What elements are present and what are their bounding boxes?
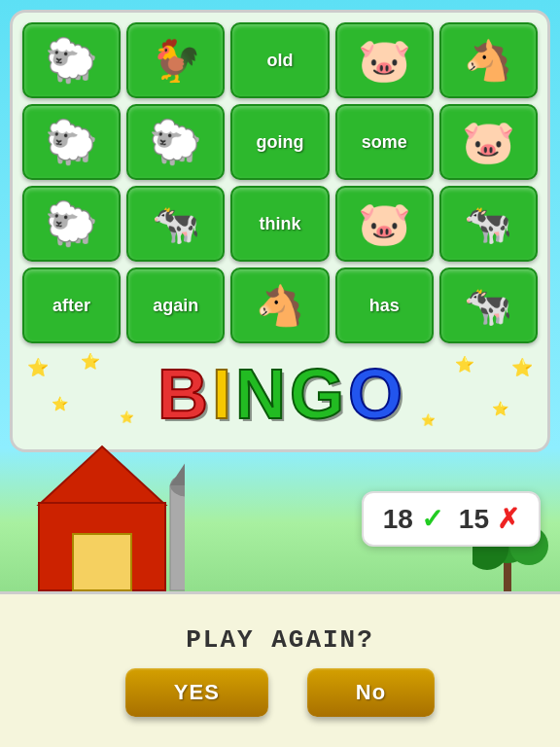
svg-rect-2 [73, 534, 131, 590]
cell-cow1[interactable]: 🐄 [126, 186, 225, 262]
dialog-title: PLAY AGAIN? [186, 625, 374, 655]
word-has: has [369, 296, 400, 316]
cell-chicken[interactable]: 🐓 [126, 22, 225, 98]
star-icon: ⭐ [52, 396, 68, 411]
yes-button[interactable]: YES [125, 668, 268, 717]
word-going: going [257, 132, 304, 153]
star-icon: ⭐ [81, 352, 100, 371]
x-icon: ✗ [497, 503, 519, 535]
cow3-icon: 🐄 [464, 283, 512, 329]
word-think: think [259, 214, 300, 234]
cell-sheep1[interactable]: 🐑 [22, 22, 121, 98]
cell-going[interactable]: going [230, 104, 329, 180]
star-icon: ⭐ [511, 357, 533, 378]
word-again: again [153, 296, 198, 316]
word-some: some [362, 132, 407, 153]
cell-cow2[interactable]: 🐄 [439, 186, 538, 262]
bingo-o: O [348, 359, 402, 429]
sheep4-icon: 🐑 [45, 198, 98, 249]
bingo-grid: 🐑 🐓 old 🐷 🐴 🐑 🐑 going some 🐷 [22, 22, 538, 343]
word-after: after [52, 296, 90, 316]
bingo-g: G [290, 359, 344, 429]
cell-cow3[interactable]: 🐄 [439, 267, 538, 343]
cow-icon: 🐄 [152, 201, 200, 247]
cell-after[interactable]: after [22, 267, 121, 343]
star-icon: ⭐ [421, 413, 436, 427]
wrong-count: 15 [459, 504, 489, 535]
cell-horse2[interactable]: 🐴 [230, 267, 329, 343]
cell-sheep2[interactable]: 🐑 [22, 104, 121, 180]
bingo-i: I [212, 359, 231, 429]
horse-icon: 🐴 [464, 38, 512, 84]
check-icon: ✓ [421, 503, 443, 535]
sheep3-icon: 🐑 [149, 117, 202, 167]
chicken-icon: 🐓 [151, 37, 201, 85]
cell-has[interactable]: has [335, 267, 434, 343]
play-again-dialog: PLAY AGAIN? YES No [0, 591, 560, 747]
cell-some[interactable]: some [335, 104, 434, 180]
bingo-n: N [235, 359, 286, 429]
cell-think[interactable]: think [230, 186, 329, 262]
bingo-row: ⭐ ⭐ ⭐ ⭐ ⭐ ⭐ ⭐ ⭐ B I N G O [22, 347, 538, 440]
star-icon: ⭐ [492, 401, 508, 416]
cell-again[interactable]: again [126, 267, 225, 343]
no-button[interactable]: No [307, 668, 435, 717]
cell-old[interactable]: old [230, 22, 329, 98]
pig3-icon: 🐷 [358, 198, 411, 249]
pig2-icon: 🐷 [462, 117, 515, 167]
svg-marker-0 [39, 446, 165, 505]
cow2-icon: 🐄 [464, 201, 512, 247]
word-old: old [266, 51, 293, 71]
cell-pig2[interactable]: 🐷 [439, 104, 538, 180]
game-board: 🐑 🐓 old 🐷 🐴 🐑 🐑 going some 🐷 [10, 10, 550, 452]
horse2-icon: 🐴 [256, 283, 304, 329]
score-box: 18 ✓ 15 ✗ [362, 491, 541, 547]
svg-rect-3 [170, 485, 185, 590]
star-icon: ⭐ [27, 357, 49, 378]
dialog-buttons: YES No [125, 668, 435, 717]
cell-pig3[interactable]: 🐷 [335, 186, 434, 262]
wrong-score: 15 ✗ [459, 503, 519, 535]
sheep2-icon: 🐑 [45, 117, 98, 167]
star-icon: ⭐ [120, 410, 134, 424]
cell-sheep3[interactable]: 🐑 [126, 104, 225, 180]
correct-score: 18 ✓ [383, 503, 443, 535]
star-icon: ⭐ [455, 355, 474, 374]
sheep-icon: 🐑 [45, 35, 98, 86]
cell-horse1[interactable]: 🐴 [439, 22, 538, 98]
bingo-b: B [158, 359, 208, 429]
cell-pig1[interactable]: 🐷 [335, 22, 434, 98]
correct-count: 18 [383, 504, 413, 535]
barn [19, 427, 185, 596]
cell-sheep4[interactable]: 🐑 [22, 186, 121, 262]
pig-icon: 🐷 [358, 35, 411, 86]
